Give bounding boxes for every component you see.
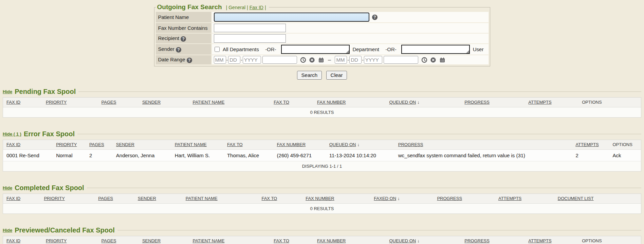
cell-options[interactable]: Ack — [609, 150, 641, 161]
outgoing-fax-search-form: Outgoing Fax Search|General|Fax ID| Pati… — [154, 3, 490, 66]
hide-link[interactable]: Hide — [3, 89, 12, 94]
column-header-patient-name[interactable]: PATIENT NAME — [189, 98, 270, 107]
cell-attempts: 2 — [572, 150, 609, 161]
help-icon[interactable]: ? — [187, 58, 192, 63]
table-row: 0001 Re-SendNormal2Anderson, JennaHart, … — [3, 150, 641, 161]
patient-name-input[interactable] — [214, 13, 369, 22]
column-header-queued-on[interactable]: QUEUED ON↓ — [386, 98, 461, 107]
hide-link[interactable]: Hide — [3, 228, 12, 233]
column-header-pages[interactable]: PAGES — [98, 98, 139, 107]
date-to-mm-input[interactable] — [335, 56, 347, 64]
column-header-sender[interactable]: SENDER — [134, 194, 182, 204]
column-header-document-list[interactable]: DOCUMENT LIST — [554, 194, 641, 204]
column-header-attempts[interactable]: ATTEMPTS — [525, 236, 578, 244]
cell-pages: 2 — [86, 150, 113, 161]
column-header-faxed-on[interactable]: FAXED ON↓ — [370, 194, 434, 204]
column-header-progress[interactable]: PROGRESS — [461, 236, 525, 244]
column-header-fax-number[interactable]: FAX NUMBER — [274, 140, 326, 150]
column-header-fax-id[interactable]: FAX ID — [3, 140, 53, 150]
column-header-options: OPTIONS — [578, 98, 641, 107]
clear-date-icon[interactable] — [430, 57, 436, 63]
table-header-row: FAX IDPRIORITYPAGESSENDERPATIENT NAMEFAX… — [3, 236, 641, 244]
column-header-fax-to[interactable]: FAX TO — [270, 98, 314, 107]
date-range-separator: – — [328, 57, 331, 63]
calendar-icon[interactable] — [318, 57, 324, 63]
column-header-progress[interactable]: PROGRESS — [461, 98, 525, 107]
column-header-sender[interactable]: SENDER — [139, 236, 189, 244]
all-departments-checkbox[interactable] — [215, 47, 220, 52]
date-to-time-input[interactable] — [384, 56, 418, 64]
column-header-fax-to[interactable]: FAX TO — [258, 194, 302, 204]
column-header-fax-number[interactable]: FAX NUMBER — [302, 194, 370, 204]
column-header-fax-id[interactable]: FAX ID — [3, 194, 41, 204]
help-icon[interactable]: ? — [176, 47, 181, 53]
all-departments-label: All Departments — [223, 46, 259, 52]
help-icon[interactable]: ? — [181, 36, 186, 42]
date-from-yyyy-input[interactable] — [243, 56, 261, 64]
section-head: Hide Completed Fax Spool — [3, 184, 641, 192]
column-header-fax-to[interactable]: FAX TO — [224, 140, 274, 150]
recipient-input[interactable] — [214, 34, 286, 43]
form-title: Outgoing Fax Search — [157, 3, 222, 11]
tab-fax-id[interactable]: Fax ID — [250, 5, 263, 10]
column-header-attempts[interactable]: ATTEMPTS — [495, 194, 554, 204]
column-header-pages[interactable]: PAGES — [95, 194, 134, 204]
column-header-priority[interactable]: PRIORITY — [42, 236, 98, 244]
fax-number-input[interactable] — [214, 24, 286, 32]
table-status-row: 0 RESULTS — [3, 107, 641, 118]
column-header-attempts[interactable]: ATTEMPTS — [525, 98, 578, 107]
column-header-fax-id[interactable]: FAX ID — [3, 236, 43, 244]
date-to-yyyy-input[interactable] — [364, 56, 382, 64]
department-input[interactable] — [282, 45, 349, 53]
sort-desc-icon: ↓ — [417, 238, 420, 243]
column-header-progress[interactable]: PROGRESS — [434, 194, 495, 204]
fax-spool-table: FAX IDPRIORITYPAGESSENDERPATIENT NAMEFAX… — [3, 194, 641, 214]
column-header-priority[interactable]: PRIORITY — [40, 194, 95, 204]
hide-link[interactable]: Hide ( 1 ) — [3, 131, 21, 137]
column-header-sender[interactable]: SENDER — [113, 140, 171, 150]
form-legend: Outgoing Fax Search|General|Fax ID| — [156, 3, 269, 11]
column-header-fax-number[interactable]: FAX NUMBER — [314, 236, 386, 244]
column-header-priority[interactable]: PRIORITY — [53, 140, 86, 150]
column-header-sender[interactable]: SENDER — [139, 98, 189, 107]
tab-general[interactable]: General — [228, 5, 245, 10]
column-header-fax-to[interactable]: FAX TO — [270, 236, 314, 244]
column-header-fax-id[interactable]: FAX ID — [3, 98, 43, 107]
column-header-progress[interactable]: PROGRESS — [395, 140, 572, 150]
column-header-pages[interactable]: PAGES — [86, 140, 113, 150]
section-divider — [77, 134, 641, 134]
column-header-patient-name[interactable]: PATIENT NAME — [182, 194, 258, 204]
column-header-priority[interactable]: PRIORITY — [42, 98, 98, 107]
clock-icon[interactable] — [300, 57, 306, 63]
column-header-fax-number[interactable]: FAX NUMBER — [314, 98, 386, 107]
cell-progress: wc_sendfax system command failed, return… — [395, 150, 572, 161]
sort-desc-icon: ↓ — [357, 142, 360, 147]
search-button[interactable]: Search — [297, 71, 322, 80]
table-status-row: DISPLAYING 1-1 / 1 — [3, 161, 641, 171]
date-from-time-input[interactable] — [262, 56, 297, 64]
date-from-mm-input[interactable] — [214, 56, 226, 64]
column-header-attempts[interactable]: ATTEMPTS — [572, 140, 609, 150]
cell-patient-name: Hart, William S. — [171, 150, 224, 161]
table-status-row: 0 RESULTS — [3, 204, 641, 214]
date-dash: - — [347, 57, 349, 63]
clock-icon[interactable] — [421, 57, 427, 63]
column-header-patient-name[interactable]: PATIENT NAME — [171, 140, 224, 150]
empty-results-label: 0 RESULTS — [3, 204, 641, 214]
clear-date-icon[interactable] — [309, 57, 315, 63]
pipe-separator: | — [265, 5, 266, 10]
column-header-queued-on[interactable]: QUEUED ON↓ — [386, 236, 461, 244]
column-header-pages[interactable]: PAGES — [98, 236, 139, 244]
table-header-row: FAX IDPRIORITYPAGESSENDERPATIENT NAMEFAX… — [3, 98, 641, 107]
calendar-icon[interactable] — [439, 57, 445, 63]
column-header-patient-name[interactable]: PATIENT NAME — [189, 236, 270, 244]
hide-link[interactable]: Hide — [3, 185, 12, 190]
clear-button[interactable]: Clear — [326, 71, 347, 80]
date-from-dd-input[interactable] — [228, 56, 240, 64]
help-icon[interactable]: ? — [372, 15, 378, 20]
date-to-dd-input[interactable] — [349, 56, 362, 64]
user-input[interactable] — [402, 45, 469, 53]
fax-spool-section-completed: Hide Completed Fax Spool FAX IDPRIORITYP… — [3, 184, 641, 214]
column-header-queued-on[interactable]: QUEUED ON↓ — [326, 140, 395, 150]
recipient-label: Recipient — [158, 35, 180, 41]
